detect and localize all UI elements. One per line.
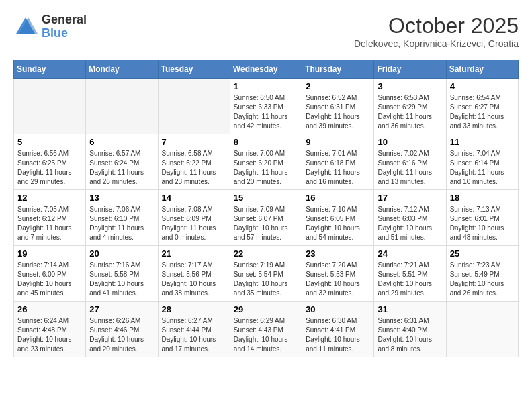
calendar-cell: 7Sunrise: 6:58 AMSunset: 6:22 PMDaylight… [158,134,230,190]
calendar-table: SundayMondayTuesdayWednesdayThursdayFrid… [13,60,519,357]
calendar-cell [86,79,158,134]
calendar-cell: 10Sunrise: 7:02 AMSunset: 6:16 PMDayligh… [374,134,446,190]
calendar-cell: 4Sunrise: 6:54 AMSunset: 6:27 PMDaylight… [446,79,518,134]
day-number: 2 [306,81,370,91]
calendar-cell: 5Sunrise: 6:56 AMSunset: 6:25 PMDaylight… [14,134,86,190]
calendar-cell: 22Sunrise: 7:19 AMSunset: 5:54 PMDayligh… [230,246,302,302]
calendar-cell: 12Sunrise: 7:05 AMSunset: 6:12 PMDayligh… [14,190,86,246]
day-info: Sunrise: 7:19 AMSunset: 5:54 PMDaylight:… [234,261,298,298]
day-info: Sunrise: 7:13 AMSunset: 6:01 PMDaylight:… [450,205,515,242]
calendar-cell: 19Sunrise: 7:14 AMSunset: 6:00 PMDayligh… [14,246,86,302]
day-number: 21 [162,248,226,259]
day-number: 5 [17,137,82,147]
day-number: 4 [450,81,515,91]
calendar-cell: 14Sunrise: 7:08 AMSunset: 6:09 PMDayligh… [158,190,230,246]
day-number: 20 [89,248,154,259]
day-info: Sunrise: 7:06 AMSunset: 6:10 PMDaylight:… [89,205,154,242]
calendar-cell [446,302,518,357]
day-number: 16 [306,193,370,203]
day-info: Sunrise: 7:02 AMSunset: 6:16 PMDaylight:… [378,149,442,187]
day-number: 30 [306,304,370,314]
day-info: Sunrise: 6:50 AMSunset: 6:33 PMDaylight:… [234,93,298,131]
day-number: 3 [378,81,442,91]
day-number: 23 [306,248,370,259]
calendar-cell: 1Sunrise: 6:50 AMSunset: 6:33 PMDaylight… [230,79,302,134]
weekday-header-thursday: Thursday [302,60,374,79]
weekday-header-row: SundayMondayTuesdayWednesdayThursdayFrid… [14,60,519,79]
calendar-cell: 23Sunrise: 7:20 AMSunset: 5:53 PMDayligh… [302,246,374,302]
calendar-cell: 6Sunrise: 6:57 AMSunset: 6:24 PMDaylight… [86,134,158,190]
logo-text: General Blue [42,13,87,40]
day-number: 7 [162,137,226,147]
day-number: 18 [450,193,515,203]
day-number: 6 [89,137,154,147]
title-area: October 2025 Delekovec, Koprivnica-Krize… [354,13,519,49]
logo-general: General [42,13,87,27]
day-number: 9 [306,137,370,147]
day-info: Sunrise: 6:56 AMSunset: 6:25 PMDaylight:… [17,149,82,187]
week-row-1: 1Sunrise: 6:50 AMSunset: 6:33 PMDaylight… [14,79,519,134]
calendar-cell: 9Sunrise: 7:01 AMSunset: 6:18 PMDaylight… [302,134,374,190]
day-info: Sunrise: 6:54 AMSunset: 6:27 PMDaylight:… [450,93,515,131]
calendar-cell: 28Sunrise: 6:27 AMSunset: 4:44 PMDayligh… [158,302,230,357]
day-number: 11 [450,137,515,147]
calendar-cell: 8Sunrise: 7:00 AMSunset: 6:20 PMDaylight… [230,134,302,190]
week-row-3: 12Sunrise: 7:05 AMSunset: 6:12 PMDayligh… [14,190,519,246]
day-info: Sunrise: 7:01 AMSunset: 6:18 PMDaylight:… [306,149,370,187]
calendar-cell: 27Sunrise: 6:26 AMSunset: 4:46 PMDayligh… [86,302,158,357]
week-row-2: 5Sunrise: 6:56 AMSunset: 6:25 PMDaylight… [14,134,519,190]
day-number: 28 [162,304,226,314]
day-number: 1 [234,81,298,91]
day-number: 22 [234,248,298,259]
day-number: 29 [234,304,298,314]
week-row-4: 19Sunrise: 7:14 AMSunset: 6:00 PMDayligh… [14,246,519,302]
month-title: October 2025 [354,13,519,38]
calendar-cell: 25Sunrise: 7:23 AMSunset: 5:49 PMDayligh… [446,246,518,302]
calendar-cell [14,79,86,134]
day-info: Sunrise: 7:09 AMSunset: 6:07 PMDaylight:… [234,205,298,242]
day-info: Sunrise: 6:57 AMSunset: 6:24 PMDaylight:… [89,149,154,187]
calendar-cell: 29Sunrise: 6:29 AMSunset: 4:43 PMDayligh… [230,302,302,357]
day-number: 14 [162,193,226,203]
day-number: 19 [17,248,82,259]
calendar-cell: 18Sunrise: 7:13 AMSunset: 6:01 PMDayligh… [446,190,518,246]
calendar-cell: 31Sunrise: 6:31 AMSunset: 4:40 PMDayligh… [374,302,446,357]
calendar-cell: 16Sunrise: 7:10 AMSunset: 6:05 PMDayligh… [302,190,374,246]
calendar-cell: 24Sunrise: 7:21 AMSunset: 5:51 PMDayligh… [374,246,446,302]
day-info: Sunrise: 6:26 AMSunset: 4:46 PMDaylight:… [89,316,154,354]
day-info: Sunrise: 7:10 AMSunset: 6:05 PMDaylight:… [306,205,370,242]
page-header: General Blue October 2025 Delekovec, Kop… [13,13,519,49]
calendar-cell: 3Sunrise: 6:53 AMSunset: 6:29 PMDaylight… [374,79,446,134]
calendar-cell: 13Sunrise: 7:06 AMSunset: 6:10 PMDayligh… [86,190,158,246]
location-subtitle: Delekovec, Koprivnica-Krizevci, Croatia [354,38,519,49]
day-info: Sunrise: 6:29 AMSunset: 4:43 PMDaylight:… [234,316,298,354]
day-info: Sunrise: 7:14 AMSunset: 6:00 PMDaylight:… [17,261,82,298]
calendar-cell: 20Sunrise: 7:16 AMSunset: 5:58 PMDayligh… [86,246,158,302]
day-number: 15 [234,193,298,203]
day-info: Sunrise: 7:20 AMSunset: 5:53 PMDaylight:… [306,261,370,298]
calendar-cell: 26Sunrise: 6:24 AMSunset: 4:48 PMDayligh… [14,302,86,357]
calendar-cell: 30Sunrise: 6:30 AMSunset: 4:41 PMDayligh… [302,302,374,357]
day-info: Sunrise: 6:58 AMSunset: 6:22 PMDaylight:… [162,149,226,187]
day-info: Sunrise: 7:05 AMSunset: 6:12 PMDaylight:… [17,205,82,242]
calendar-cell: 15Sunrise: 7:09 AMSunset: 6:07 PMDayligh… [230,190,302,246]
weekday-header-monday: Monday [86,60,158,79]
weekday-header-sunday: Sunday [14,60,86,79]
calendar-cell: 11Sunrise: 7:04 AMSunset: 6:14 PMDayligh… [446,134,518,190]
weekday-header-wednesday: Wednesday [230,60,302,79]
day-info: Sunrise: 7:04 AMSunset: 6:14 PMDaylight:… [450,149,515,187]
calendar-cell [158,79,230,134]
day-number: 31 [378,304,442,314]
day-info: Sunrise: 7:12 AMSunset: 6:03 PMDaylight:… [378,205,442,242]
day-number: 26 [17,304,82,314]
calendar-cell: 2Sunrise: 6:52 AMSunset: 6:31 PMDaylight… [302,79,374,134]
logo: General Blue [13,13,87,40]
day-number: 10 [378,137,442,147]
day-number: 17 [378,193,442,203]
day-info: Sunrise: 7:00 AMSunset: 6:20 PMDaylight:… [234,149,298,187]
day-number: 27 [89,304,154,314]
week-row-5: 26Sunrise: 6:24 AMSunset: 4:48 PMDayligh… [14,302,519,357]
day-number: 13 [89,193,154,203]
day-number: 12 [17,193,82,203]
day-number: 25 [450,248,515,259]
